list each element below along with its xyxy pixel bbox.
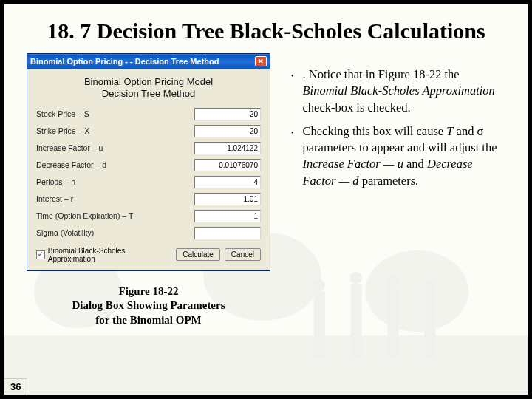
input-time[interactable] (194, 210, 261, 222)
page-number: 36 (4, 378, 27, 395)
label-periods: Periods – n (36, 177, 194, 186)
input-decrease-factor[interactable] (194, 159, 261, 171)
input-strike-price[interactable] (194, 125, 261, 137)
figure-caption: Figure 18-22 Dialog Box Showing Paramete… (27, 284, 270, 328)
input-interest[interactable] (194, 193, 261, 205)
label-strike-price: Strike Price – X (36, 126, 194, 135)
bullet-1: • . Notice that in Figure 18-22 the Bino… (287, 66, 507, 116)
input-stock-price[interactable] (194, 108, 261, 120)
input-increase-factor[interactable] (194, 142, 261, 154)
label-time: Time (Option Expiration) – T (36, 211, 194, 220)
label-interest: Interest – r (36, 194, 194, 203)
close-icon[interactable]: ✕ (255, 56, 267, 66)
checkbox-label: Binomial Black-Scholes Approximation (48, 247, 171, 263)
calculate-button[interactable]: Calculate (176, 248, 220, 261)
bullet-marker-icon: • (287, 66, 303, 116)
svg-rect-0 (4, 335, 528, 395)
dialog-title-text: Binomial Option Pricing - - Decision Tre… (30, 57, 219, 66)
slide-title: 18. 7 Decision Tree Black-Scholes Calcul… (4, 4, 528, 53)
bullet-2: • Checking this box will cause T and σ p… (287, 123, 507, 189)
cancel-button[interactable]: Cancel (225, 248, 261, 261)
label-sigma: Sigma (Volatility) (36, 228, 194, 237)
label-decrease-factor: Decrease Factor – d (36, 160, 194, 169)
checkbox-bs-approx[interactable]: ✓ (36, 250, 45, 259)
dialog-heading-line1: Binomial Option Pricing Model (36, 76, 261, 88)
dialog-window: Binomial Option Pricing - - Decision Tre… (27, 53, 270, 271)
label-increase-factor: Increase Factor – u (36, 143, 194, 152)
bullet-marker-icon: • (287, 123, 303, 189)
dialog-titlebar: Binomial Option Pricing - - Decision Tre… (27, 54, 270, 69)
dialog-heading-line2: Decision Tree Method (36, 88, 261, 100)
input-periods[interactable] (194, 176, 261, 188)
label-stock-price: Stock Price – S (36, 109, 194, 118)
input-sigma[interactable] (194, 227, 261, 239)
